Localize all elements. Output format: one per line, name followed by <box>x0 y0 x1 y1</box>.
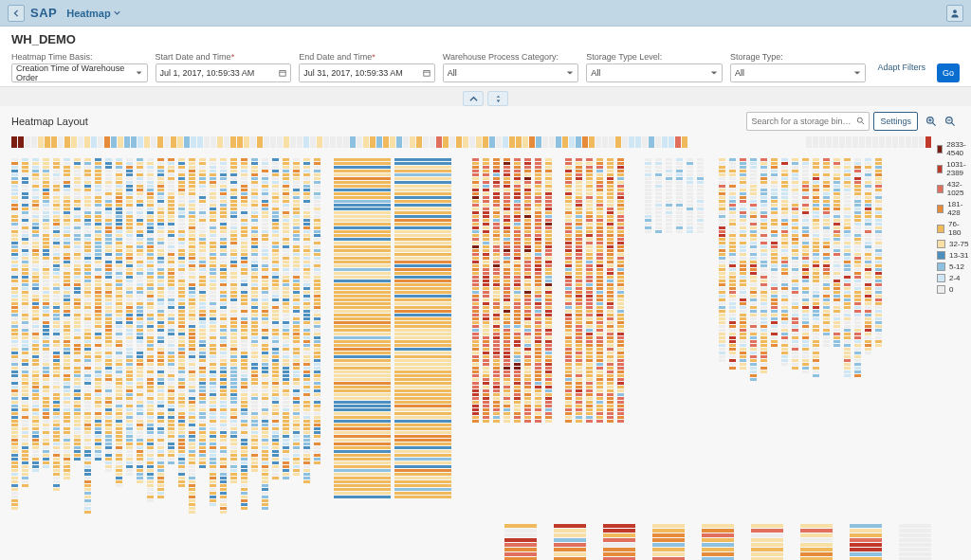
heatmap-bin[interactable] <box>771 158 778 161</box>
heatmap-bin[interactable] <box>74 264 81 267</box>
heatmap-bin[interactable] <box>750 215 757 218</box>
heatmap-bin[interactable] <box>834 280 840 282</box>
heatmap-bin[interactable] <box>834 340 840 343</box>
heatmap-bin[interactable] <box>652 529 685 533</box>
heatmap-bin[interactable] <box>116 450 122 453</box>
heatmap-bin[interactable] <box>314 276 321 279</box>
heatmap-bin[interactable] <box>781 166 788 169</box>
heatmap-bin[interactable] <box>771 215 778 218</box>
heatmap-bin[interactable] <box>251 344 258 347</box>
heatmap-bin[interactable] <box>719 170 725 172</box>
heatmap-bin[interactable] <box>178 264 185 267</box>
heatmap-bin[interactable] <box>751 524 783 528</box>
heatmap-bin[interactable] <box>719 317 725 320</box>
heatmap-bin[interactable] <box>105 439 112 442</box>
heatmap-bin[interactable] <box>792 219 798 222</box>
heatmap-bin[interactable] <box>116 189 122 191</box>
heatmap-bin[interactable] <box>854 314 861 316</box>
heatmap-bin[interactable] <box>792 162 798 165</box>
heatmap-bin[interactable] <box>823 291 830 294</box>
heatmap-bin[interactable] <box>262 166 268 169</box>
heatmap-bin[interactable] <box>394 264 451 267</box>
heatmap-bin[interactable] <box>126 306 133 309</box>
heatmap-bin[interactable] <box>137 420 143 423</box>
heatmap-rack-column[interactable] <box>781 158 788 366</box>
heatmap-bin[interactable] <box>22 401 28 404</box>
heatmap-bin[interactable] <box>251 234 258 237</box>
heatmap-bin[interactable] <box>865 170 871 172</box>
heatmap-bin[interactable] <box>834 204 840 207</box>
heatmap-bin[interactable] <box>126 204 133 207</box>
heatmap-bin[interactable] <box>565 219 572 222</box>
heatmap-bin[interactable] <box>524 200 531 203</box>
heatmap-bin[interactable] <box>740 219 746 222</box>
heatmap-bin[interactable] <box>875 261 882 263</box>
heatmap-bin[interactable] <box>137 264 143 267</box>
heatmap-bin[interactable] <box>729 211 736 214</box>
heatmap-bin[interactable] <box>792 295 798 298</box>
heatmap-bin[interactable] <box>524 314 531 316</box>
heatmap-bin[interactable] <box>750 352 757 354</box>
heatmap-bin[interactable] <box>483 340 489 343</box>
heatmap-bin[interactable] <box>834 276 840 279</box>
heatmap-bin[interactable] <box>781 211 788 214</box>
heatmap-bin[interactable] <box>514 215 521 218</box>
heatmap-bin[interactable] <box>262 439 268 442</box>
heatmap-bin[interactable] <box>22 321 28 324</box>
heatmap-bin[interactable] <box>383 136 389 148</box>
heatmap-bin[interactable] <box>865 173 871 176</box>
heatmap-bin[interactable] <box>303 439 310 442</box>
heatmap-bin[interactable] <box>586 405 593 407</box>
heatmap-bin[interactable] <box>334 420 391 423</box>
heatmap-bin[interactable] <box>43 333 49 335</box>
heatmap-bin[interactable] <box>126 465 133 468</box>
heatmap-bin[interactable] <box>834 189 840 191</box>
heatmap-bin[interactable] <box>524 264 531 267</box>
heatmap-bin[interactable] <box>95 446 101 449</box>
heatmap-bin[interactable] <box>189 333 195 335</box>
heatmap-bin[interactable] <box>64 431 70 434</box>
heatmap-bin[interactable] <box>760 208 767 210</box>
heatmap-bin[interactable] <box>64 189 70 191</box>
heatmap-bin[interactable] <box>394 287 451 290</box>
heatmap-bin[interactable] <box>22 405 28 407</box>
heatmap-bin[interactable] <box>310 136 316 148</box>
heatmap-bin[interactable] <box>262 219 268 222</box>
heatmap-bin[interactable] <box>84 295 91 298</box>
heatmap-bin[interactable] <box>771 242 778 244</box>
heatmap-bin[interactable] <box>53 477 60 479</box>
heatmap-bin[interactable] <box>64 208 70 210</box>
heatmap-bin[interactable] <box>84 435 91 438</box>
heatmap-bin[interactable] <box>95 367 101 370</box>
heatmap-bin[interactable] <box>84 386 91 388</box>
heatmap-bin[interactable] <box>536 136 541 148</box>
heatmap-bin[interactable] <box>854 321 861 324</box>
heatmap-bin[interactable] <box>719 310 725 313</box>
heatmap-bin[interactable] <box>262 477 268 479</box>
heatmap-bin[interactable] <box>116 310 122 313</box>
heatmap-bin[interactable] <box>875 291 882 294</box>
heatmap-bin[interactable] <box>760 192 767 195</box>
heatmap-bin[interactable] <box>199 424 206 426</box>
heatmap-bin[interactable] <box>607 416 614 419</box>
heatmap-bin[interactable] <box>168 454 174 457</box>
heatmap-bin[interactable] <box>262 503 268 506</box>
heatmap-bin[interactable] <box>565 196 572 199</box>
heatmap-bin[interactable] <box>493 325 500 328</box>
heatmap-bin[interactable] <box>210 416 216 419</box>
heatmap-bin[interactable] <box>105 173 112 176</box>
heatmap-bin[interactable] <box>760 223 767 226</box>
heatmap-bin[interactable] <box>84 503 91 506</box>
heatmap-bin[interactable] <box>22 314 28 316</box>
heatmap-bin[interactable] <box>729 325 736 328</box>
heatmap-bin[interactable] <box>781 230 788 233</box>
heatmap-bin[interactable] <box>22 261 28 263</box>
heatmap-bin[interactable] <box>314 215 321 218</box>
heatmap-bin[interactable] <box>251 211 258 214</box>
heatmap-bin[interactable] <box>802 276 809 279</box>
heatmap-bin[interactable] <box>74 352 81 354</box>
heatmap-bin[interactable] <box>11 181 18 184</box>
heatmap-bin[interactable] <box>394 283 451 286</box>
heatmap-bin[interactable] <box>719 189 725 191</box>
heatmap-bin[interactable] <box>22 439 28 442</box>
